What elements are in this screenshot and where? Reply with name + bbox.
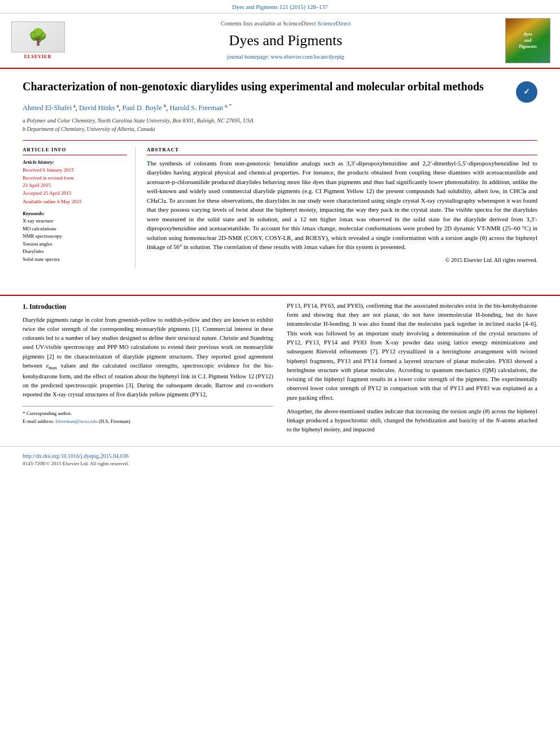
footnote-email-line: E-mail address: hfreeman@ncsu.edu (H.S. … (23, 418, 273, 426)
intro-para-3: Altogether, the above-mentioned studies … (287, 407, 537, 435)
keyword-mo: MO calculations (23, 225, 127, 233)
author-freeman[interactable]: Harold S. Freeman (169, 104, 223, 112)
date-received: Received 6 January 2015 (23, 167, 127, 174)
journal-title-area: Contents lists available at ScienceDirec… (75, 18, 497, 63)
footer-doi[interactable]: http://dx.doi.org/10.1016/j.dyepig.2015.… (23, 451, 537, 461)
article-columns: ARTICLE INFO Article history: Received 6… (23, 140, 537, 269)
keywords-section: Keywords: X-ray structure MO calculation… (23, 210, 127, 263)
body-columns: 1. Introduction Diarylide pigments range… (0, 302, 560, 439)
affiliation-b: b Department of Chemistry, University of… (23, 125, 537, 133)
keyword-diarylides: Diarylides (23, 248, 127, 255)
author-el-shafei[interactable]: Ahmed El-Shafei (23, 104, 72, 112)
article-info-panel: ARTICLE INFO Article history: Received 6… (23, 146, 135, 269)
body-right-column: PY13, PY14, PY63, and PY83), confirming … (287, 302, 537, 439)
sciencedirect-link-line: Contents lists available at ScienceDirec… (221, 20, 351, 28)
thumb-line1: dyes (523, 31, 532, 37)
keywords-label: Keywords: (23, 210, 127, 217)
footnote-email-link[interactable]: hfreeman@ncsu.edu (55, 418, 98, 424)
footnote-corresponding: * Corresponding author. (23, 410, 273, 418)
intro-para-1: Diarylide pigments range in color from g… (23, 316, 273, 400)
elsevier-logo: 🌳 (11, 21, 65, 53)
journal-name: Dyes and Pigments (229, 30, 343, 51)
title-row: Characterization of non-genotoxic diaryl… (23, 79, 537, 103)
body-left-column: 1. Introduction Diarylide pigments range… (23, 302, 273, 439)
authors-line: Ahmed El-Shafei a, David Hinks a, Paul D… (23, 103, 537, 113)
keyword-torsion: Torsion angles (23, 241, 127, 248)
author-boyle[interactable]: Paul D. Boyle (123, 104, 162, 112)
keyword-solidstate: Solid state spectra (23, 256, 127, 263)
crossmark-badge[interactable]: ✓ (516, 81, 537, 103)
history-label: Article history: (23, 159, 127, 166)
elsevier-wordmark: ELSEVIER (24, 54, 51, 60)
journal-reference: Dyes and Pigments 121 (2015) 128–137 (0, 0, 560, 14)
article-title: Characterization of non-genotoxic diaryl… (23, 79, 510, 94)
affiliations: a Polymer and Color Chemistry, North Car… (23, 116, 537, 133)
introduction-heading: 1. Introduction (23, 302, 273, 312)
journal-homepage-line: journal homepage: www.elsevier.com/locat… (227, 53, 344, 61)
intro-para-2: PY13, PY14, PY63, and PY83), confirming … (287, 302, 537, 403)
doi-link[interactable]: http://dx.doi.org/10.1016/j.dyepig.2015.… (23, 453, 129, 459)
keyword-xray: X-ray structure (23, 217, 127, 225)
footnote-area: * Corresponding author. E-mail address: … (23, 406, 273, 426)
section-divider (0, 295, 560, 296)
abstract-text: The synthesis of colorants from non-geno… (147, 159, 537, 252)
date-online: Available online 6 May 2015 (23, 198, 127, 206)
article-container: Characterization of non-genotoxic diaryl… (0, 69, 560, 289)
footer-issn: 0143-7208/© 2015 Elsevier Ltd. All right… (23, 460, 537, 468)
copyright-line: © 2015 Elsevier Ltd. All rights reserved… (147, 256, 537, 264)
date-accepted: Accepted 25 April 2015 (23, 190, 127, 197)
tree-icon: 🌳 (28, 26, 48, 48)
abstract-panel: ABSTRACT The synthesis of colorants from… (147, 146, 537, 269)
sciencedirect-link[interactable]: ScienceDirect (317, 20, 351, 27)
date-revised: Received in revised form23 April 2015 (23, 174, 127, 189)
affiliation-a: a Polymer and Color Chemistry, North Car… (23, 116, 537, 125)
author-hinks[interactable]: David Hinks (79, 104, 115, 112)
journal-header: 🌳 ELSEVIER Contents lists available at S… (0, 14, 560, 69)
thumb-line3: Pigments (519, 43, 537, 50)
elsevier-logo-area: 🌳 ELSEVIER (7, 18, 69, 63)
thumb-line2: and (524, 37, 532, 43)
journal-homepage-link[interactable]: www.elsevier.com/locate/dyepig (270, 54, 344, 60)
page-footer: http://dx.doi.org/10.1016/j.dyepig.2015.… (0, 446, 560, 473)
article-info-title: ARTICLE INFO (23, 146, 127, 155)
journal-thumbnail: dyes and Pigments (505, 18, 550, 63)
keyword-nmr: NMR spectroscopy (23, 233, 127, 240)
abstract-title: ABSTRACT (147, 146, 537, 155)
journal-thumbnail-area: dyes and Pigments (502, 18, 553, 63)
